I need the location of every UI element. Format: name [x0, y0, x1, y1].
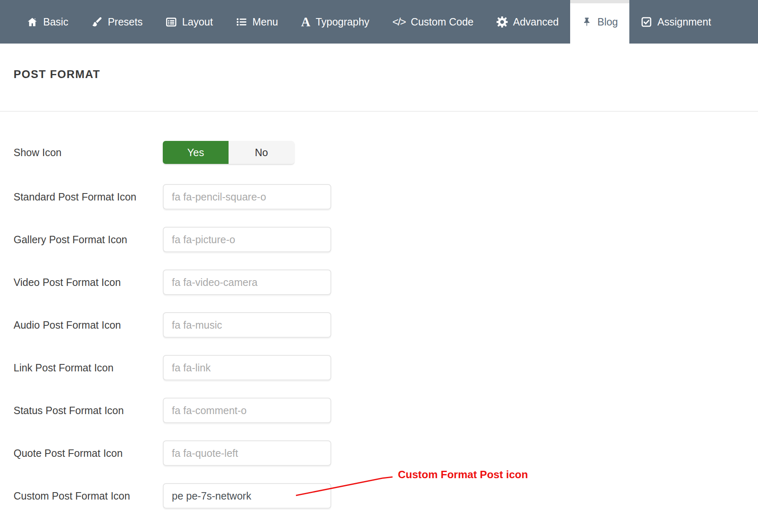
quote-post-format-icon-input[interactable] [163, 440, 331, 466]
show-icon-label: Show Icon [14, 147, 163, 159]
home-icon [27, 16, 38, 28]
status-post-format-icon-input[interactable] [163, 398, 331, 423]
field-label: Gallery Post Format Icon [14, 234, 163, 246]
field-label: Link Post Format Icon [14, 362, 163, 374]
tab-blog[interactable]: Blog [570, 0, 629, 44]
show-icon-row: Show Icon YesNo [14, 141, 758, 164]
show-icon-option-yes[interactable]: Yes [163, 141, 229, 164]
section-header: POST FORMAT [0, 44, 758, 112]
icon-field-list: Standard Post Format IconGallery Post Fo… [14, 184, 758, 509]
standard-post-format-icon-row: Standard Post Format Icon [14, 184, 758, 210]
tab-label: Layout [182, 16, 213, 28]
tab-advanced[interactable]: Advanced [485, 0, 570, 44]
video-post-format-icon-input[interactable] [163, 269, 331, 295]
status-post-format-icon-row: Status Post Format Icon [14, 398, 758, 423]
active-tab-indicator [570, 0, 629, 3]
audio-post-format-icon-row: Audio Post Format Icon [14, 312, 758, 338]
gallery-post-format-icon-row: Gallery Post Format Icon [14, 227, 758, 252]
tab-label: Basic [43, 16, 68, 28]
tab-presets[interactable]: Presets [80, 0, 154, 44]
link-post-format-icon-input[interactable] [163, 355, 331, 380]
show-icon-toggle: YesNo [163, 141, 294, 164]
tab-assignment[interactable]: Assignment [629, 0, 723, 44]
tab-label: Assignment [657, 16, 711, 28]
field-label: Status Post Format Icon [14, 405, 163, 417]
tab-label: Presets [108, 16, 143, 28]
annotation-label: Custom Format Post icon [398, 468, 528, 481]
code-icon: </> [393, 16, 406, 27]
show-icon-option-no[interactable]: No [229, 141, 294, 164]
field-label: Quote Post Format Icon [14, 447, 163, 459]
field-label: Standard Post Format Icon [14, 191, 163, 203]
page-title: POST FORMAT [14, 68, 758, 81]
quote-post-format-icon-row: Quote Post Format Icon [14, 440, 758, 466]
paintbrush-icon [91, 16, 102, 28]
field-label: Audio Post Format Icon [14, 319, 163, 331]
custom-post-format-icon-row: Custom Post Format Icon [14, 483, 758, 509]
tab-label: Advanced [513, 16, 559, 28]
tab-typography[interactable]: ATypography [290, 0, 381, 44]
tab-layout[interactable]: Layout [154, 0, 224, 44]
tab-menu[interactable]: Menu [224, 0, 290, 44]
field-label: Video Post Format Icon [14, 276, 163, 288]
settings-tab-bar: BasicPresetsLayoutMenuATypography</>Cust… [0, 0, 758, 44]
tab-label: Menu [252, 16, 278, 28]
pin-icon [582, 17, 592, 27]
link-post-format-icon-row: Link Post Format Icon [14, 355, 758, 380]
post-format-form: Show Icon YesNo Standard Post Format Ico… [0, 141, 758, 509]
tab-label: Blog [597, 16, 618, 28]
check-square-icon [641, 16, 652, 28]
menu-list-icon [236, 16, 247, 28]
tab-custom-code[interactable]: </>Custom Code [381, 0, 485, 44]
audio-post-format-icon-input[interactable] [163, 312, 331, 338]
tab-label: Custom Code [411, 16, 474, 28]
font-icon: A [301, 16, 310, 28]
tab-label: Typography [316, 16, 370, 28]
tab-basic[interactable]: Basic [15, 0, 80, 44]
standard-post-format-icon-input[interactable] [163, 184, 331, 210]
custom-post-format-icon-input[interactable] [163, 483, 331, 509]
gear-icon [497, 16, 508, 28]
video-post-format-icon-row: Video Post Format Icon [14, 269, 758, 295]
layout-icon [166, 16, 177, 28]
gallery-post-format-icon-input[interactable] [163, 227, 331, 252]
field-label: Custom Post Format Icon [14, 490, 163, 502]
